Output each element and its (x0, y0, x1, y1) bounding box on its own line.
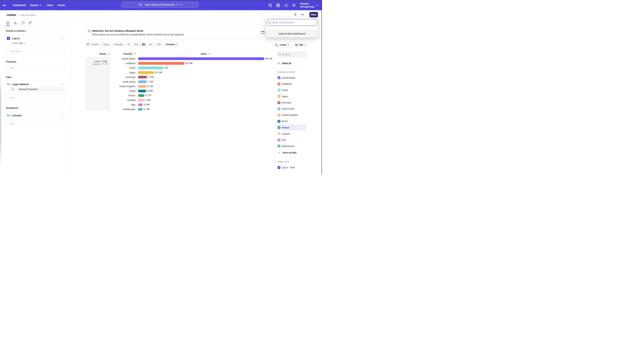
svg-text:?: ? (286, 4, 287, 6)
